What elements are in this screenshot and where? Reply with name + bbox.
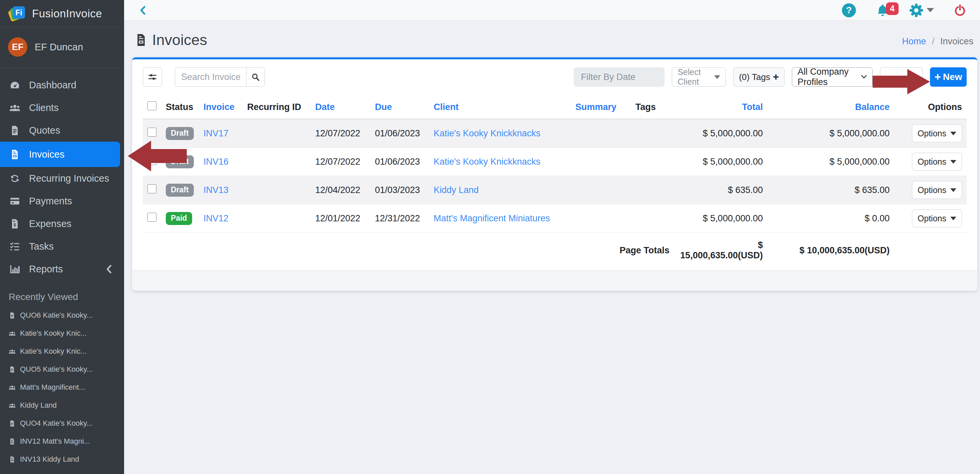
recent-item[interactable]: Matt's Magnificent...: [0, 378, 124, 396]
svg-text:Fi: Fi: [15, 8, 22, 17]
sidebar-item-quotes[interactable]: Quotes: [0, 119, 124, 142]
invoice-total: $ 5,000,000.00: [674, 147, 767, 176]
topbar: ? 4: [124, 0, 980, 21]
search-input[interactable]: [175, 67, 246, 87]
options-button[interactable]: Options: [912, 209, 962, 227]
recent-item[interactable]: QUO5 Katie's Kooky...: [0, 360, 124, 378]
invoice-due: 01/06/2023: [370, 119, 429, 147]
recent-item[interactable]: QUO6 Katie's Kooky...: [0, 306, 124, 324]
sidebar-item-clients[interactable]: Clients: [0, 96, 124, 119]
status-badge: Paid: [166, 212, 192, 225]
select-client-dropdown[interactable]: Select Client: [672, 67, 726, 87]
invoice-date: 12/01/2022: [310, 205, 370, 233]
client-link[interactable]: Katie's Kooky Knickknacks: [434, 128, 540, 138]
status-badge: Draft: [166, 155, 194, 168]
invoice-icon: [9, 438, 16, 445]
recent-item[interactable]: Katie's Kooky Knic...: [0, 342, 124, 360]
sidebar-item-reports[interactable]: Reports: [0, 258, 124, 281]
page-head: Invoices Home / Invoices: [132, 21, 977, 57]
sidebar-item-payments[interactable]: Payments: [0, 190, 124, 212]
sidebar-item-dashboard[interactable]: Dashboard: [0, 74, 124, 96]
tags-button[interactable]: (0) Tags +: [733, 67, 784, 87]
file-icon: [9, 366, 16, 373]
invoice-total: $ 5,000,000.00: [674, 119, 767, 147]
col-total[interactable]: Total: [674, 95, 767, 119]
sidebar-collapse-icon[interactable]: [137, 5, 149, 16]
recent-item[interactable]: INV13 Kiddy Land: [0, 450, 124, 468]
main-area: ? 4 Invoices Home / Invoices: [124, 0, 980, 474]
page-totals-label: Page Totals: [143, 233, 674, 270]
row-checkbox[interactable]: [148, 212, 156, 222]
clients-icon: [10, 102, 20, 113]
new-invoice-button[interactable]: + New: [930, 67, 967, 87]
caret-down-icon: [950, 132, 956, 135]
col-balance[interactable]: Balance: [767, 95, 894, 119]
options-button[interactable]: Options: [912, 153, 962, 171]
col-status: Status: [161, 95, 199, 119]
filter-by-date-input[interactable]: [574, 67, 665, 87]
select-all-checkbox[interactable]: [148, 101, 156, 110]
settings-menu[interactable]: [909, 3, 934, 17]
notifications-bell-icon[interactable]: 4: [875, 3, 890, 17]
options-button[interactable]: Options: [912, 181, 962, 199]
col-invoice[interactable]: Invoice: [199, 95, 242, 119]
col-due[interactable]: Due: [370, 95, 429, 119]
sidebar-item-expenses[interactable]: Expenses: [0, 212, 124, 235]
sidebar-item-recurring-invoices[interactable]: Recurring Invoices: [0, 167, 124, 190]
recent-item[interactable]: Katie's Kooky Knic...: [0, 324, 124, 342]
invoice-link[interactable]: INV12: [204, 213, 229, 224]
invoice-icon: [134, 33, 148, 47]
gear-icon: [909, 3, 923, 17]
sliders-icon: [148, 72, 158, 82]
invoice-link[interactable]: INV16: [204, 157, 229, 166]
recent-item[interactable]: Kiddy Land: [0, 396, 124, 414]
row-checkbox[interactable]: [148, 128, 156, 137]
col-options: Options: [894, 95, 967, 119]
invoice-date: 12/04/2022: [310, 176, 370, 205]
client-link[interactable]: Kiddy Land: [434, 185, 479, 195]
logout-power-icon[interactable]: [953, 4, 967, 17]
filter-options-button[interactable]: [143, 67, 162, 87]
invoice-balance: $ 0.00: [767, 205, 894, 233]
brand[interactable]: Fi FusionInvoice: [0, 0, 124, 27]
recent-item[interactable]: 1 Little Dollhouse...: [0, 468, 124, 474]
recent-item[interactable]: QUO4 Katie's Kooky...: [0, 414, 124, 432]
col-summary[interactable]: Summary: [571, 95, 631, 119]
company-profiles-select[interactable]: All Company Profiles: [792, 67, 873, 87]
invoices-table: Status Invoice Recurring ID Date Due Cli…: [143, 95, 967, 270]
file-icon: [9, 420, 16, 427]
sidebar-item-invoices[interactable]: Invoices: [0, 142, 120, 167]
brand-name: FusionInvoice: [32, 7, 102, 20]
col-date[interactable]: Date: [310, 95, 370, 119]
invoice-balance: $ 5,000,000.00: [767, 147, 894, 176]
invoice-link[interactable]: INV17: [204, 128, 229, 138]
col-client[interactable]: Client: [429, 95, 571, 119]
sidebar-item-tasks[interactable]: Tasks: [0, 235, 124, 258]
help-icon[interactable]: ?: [842, 3, 856, 17]
caret-down-icon: [950, 188, 956, 192]
invoice-balance: $ 635.00: [767, 176, 894, 205]
invoice-due: 01/06/2023: [370, 147, 429, 176]
quotes-icon: [10, 125, 20, 136]
invoice-link[interactable]: INV13: [204, 185, 229, 195]
row-checkbox[interactable]: [148, 156, 156, 165]
options-button[interactable]: Options: [912, 124, 962, 142]
table-row: Draft INV17 12/07/2022 01/06/2023 Katie'…: [143, 119, 967, 147]
clients-icon: [9, 330, 16, 337]
page-title: Invoices: [134, 31, 207, 49]
page-totals-row: Page Totals $ 15,000,635.00(USD) $ 10,00…: [143, 233, 967, 270]
table-header-row: Status Invoice Recurring ID Date Due Cli…: [143, 95, 967, 119]
breadcrumb-home-link[interactable]: Home: [902, 36, 926, 46]
breadcrumb-current: Invoices: [940, 36, 973, 46]
invoice-total: $ 5,000,000.00: [674, 205, 767, 233]
client-link[interactable]: Matt's Magnificent Miniatures: [434, 213, 550, 224]
user-panel[interactable]: EF EF Duncan: [0, 27, 124, 68]
recent-item[interactable]: INV12 Matt's Magni...: [0, 432, 124, 450]
recurring-icon: [10, 173, 20, 184]
row-checkbox[interactable]: [148, 184, 156, 193]
obscured-dropdown-button[interactable]: [880, 67, 923, 87]
table-row: Draft INV13 12/04/2022 01/03/2023 Kiddy …: [143, 176, 967, 205]
search-button[interactable]: [246, 67, 265, 87]
client-link[interactable]: Katie's Kooky Knickknacks: [434, 157, 540, 166]
clients-icon: [9, 384, 16, 391]
